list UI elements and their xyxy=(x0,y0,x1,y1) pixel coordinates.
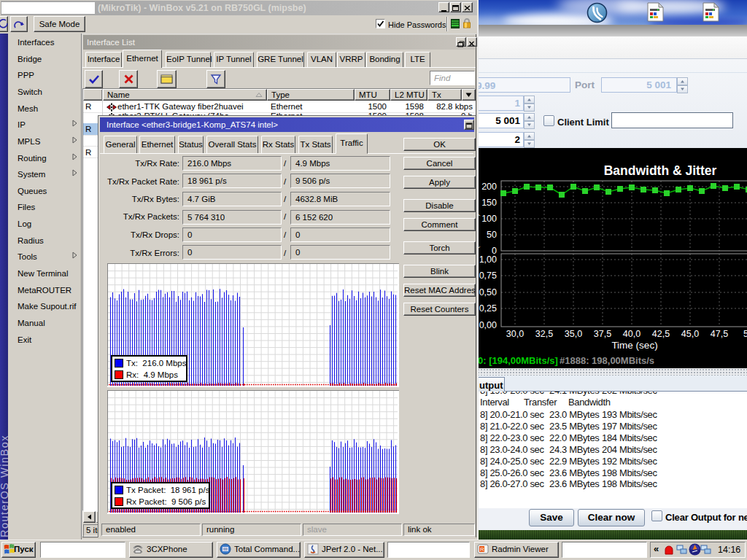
svg-text:30,0: 30,0 xyxy=(506,329,524,339)
svg-text:Time (sec): Time (sec) xyxy=(611,340,657,351)
svg-text:40,0: 40,0 xyxy=(623,329,640,339)
svg-text:35,0: 35,0 xyxy=(565,329,582,339)
svg-text:37,5: 37,5 xyxy=(594,329,611,339)
svg-text:1,00: 1,00 xyxy=(479,254,497,265)
svg-text:0,00: 0,00 xyxy=(479,320,497,330)
svg-text:47,5: 47,5 xyxy=(711,329,728,339)
svg-text:0,50: 0,50 xyxy=(479,287,497,298)
svg-text:50: 50 xyxy=(487,230,497,240)
svg-text:200: 200 xyxy=(481,182,497,192)
svg-text:Bandwidth & Jitter: Bandwidth & Jitter xyxy=(604,163,717,178)
svg-text:50: 50 xyxy=(743,329,747,339)
svg-text:150: 150 xyxy=(481,198,497,208)
svg-text:0,25: 0,25 xyxy=(479,303,497,314)
svg-text:0,75: 0,75 xyxy=(479,271,497,281)
svg-text:32,5: 32,5 xyxy=(535,329,553,339)
svg-text:Bandwidth (MBits/s): Bandwidth (MBits/s) xyxy=(479,213,480,294)
svg-text:45,0: 45,0 xyxy=(681,329,699,339)
svg-text:42,5: 42,5 xyxy=(652,329,670,339)
svg-text:100: 100 xyxy=(481,214,497,224)
svg-text:R: R xyxy=(480,546,484,553)
